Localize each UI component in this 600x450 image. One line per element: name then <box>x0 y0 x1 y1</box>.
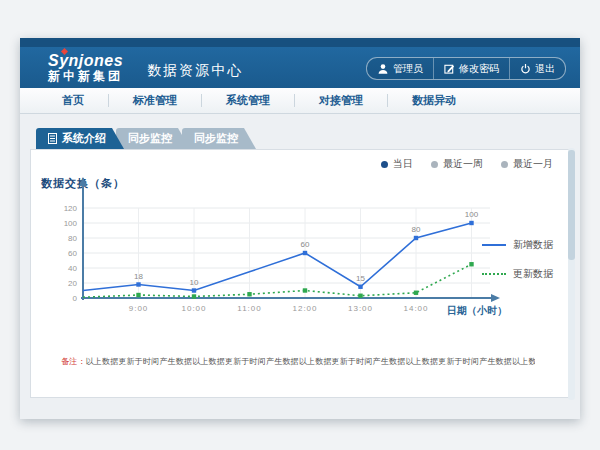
svg-text:80: 80 <box>68 234 77 243</box>
svg-text:12:00: 12:00 <box>292 304 317 313</box>
svg-text:120: 120 <box>64 204 78 213</box>
svg-text:100: 100 <box>64 219 78 228</box>
brand-logo: Synjones 新中新集团 <box>48 53 123 82</box>
legend-entry-new-data: 新增数据 <box>482 238 553 252</box>
svg-text:60: 60 <box>301 240 310 249</box>
svg-text:13:00: 13:00 <box>348 304 373 313</box>
legend-entry-updated-data: 更新数据 <box>482 267 553 281</box>
legend-updated-data-label: 更新数据 <box>513 267 553 281</box>
svg-text:14:00: 14:00 <box>403 304 428 313</box>
svg-text:10:00: 10:00 <box>181 304 206 313</box>
svg-text:15: 15 <box>356 274 365 283</box>
time-range-options: 当日 最近一周 最近一月 <box>381 157 553 171</box>
svg-text:11:00: 11:00 <box>237 304 261 313</box>
radio-today-label: 当日 <box>393 157 413 171</box>
footer-note: 备注：以上数据更新于时间产生数据以上数据更新于时间产生数据以上数据更新于时间产生… <box>61 356 535 367</box>
nav-item-interface-management[interactable]: 对接管理 <box>295 94 388 107</box>
logout-label: 退出 <box>535 62 555 76</box>
svg-text:日期（小时）: 日期（小时） <box>447 305 507 316</box>
tab-system-intro-label: 系统介绍 <box>62 131 106 146</box>
svg-text:40: 40 <box>68 264 77 273</box>
nav-item-data-change[interactable]: 数据异动 <box>388 94 480 107</box>
tab-system-intro[interactable]: 系统介绍 <box>36 128 124 149</box>
scrollbar[interactable] <box>568 148 575 400</box>
chart-legend: 新增数据 更新数据 <box>482 238 553 281</box>
tab-sync-monitor-2[interactable]: 同步监控 <box>182 128 256 149</box>
change-password-button[interactable]: 修改密码 <box>434 58 510 79</box>
svg-text:18: 18 <box>134 272 143 281</box>
admin-user-label: 管理员 <box>393 62 423 76</box>
svg-text:0: 0 <box>73 294 78 303</box>
legend-new-data-label: 新增数据 <box>513 238 553 252</box>
change-password-label: 修改密码 <box>459 62 499 76</box>
tab-sync-monitor-1-label: 同步监控 <box>128 131 172 146</box>
tab-sync-monitor-2-label: 同步监控 <box>194 131 238 146</box>
radio-option-last-week[interactable]: 最近一周 <box>431 157 483 171</box>
svg-text:60: 60 <box>68 249 77 258</box>
svg-text:20: 20 <box>68 279 77 288</box>
header-top-strip <box>20 38 580 47</box>
tab-sync-monitor-1[interactable]: 同步监控 <box>116 128 190 149</box>
nav-item-system-management[interactable]: 系统管理 <box>202 94 295 107</box>
radio-option-last-month[interactable]: 最近一月 <box>501 157 553 171</box>
svg-text:10: 10 <box>190 278 199 287</box>
radio-last-week-label: 最近一周 <box>443 157 483 171</box>
page-title: 数据资源中心 <box>147 56 243 80</box>
scrollbar-thumb[interactable] <box>568 150 575 260</box>
content-area: 系统介绍 同步监控 同步监控 当日 最近一周 <box>20 114 580 419</box>
svg-text:9:00: 9:00 <box>129 304 149 313</box>
radio-dot-icon <box>501 161 508 168</box>
user-icon <box>377 63 389 75</box>
nav-item-home[interactable]: 首页 <box>38 94 109 107</box>
radio-last-month-label: 最近一月 <box>513 157 553 171</box>
radio-dot-icon <box>431 161 438 168</box>
solid-line-swatch-icon <box>482 244 506 246</box>
footer-note-prefix: 备注： <box>61 357 86 366</box>
desktop-background: Synjones 新中新集团 数据资源中心 管理员 修改 <box>0 0 600 450</box>
admin-user-button[interactable]: 管理员 <box>367 58 434 79</box>
radio-dot-selected-icon <box>381 161 388 168</box>
nav-item-standard-management[interactable]: 标准管理 <box>109 94 202 107</box>
brand-subtitle: 新中新集团 <box>48 70 123 83</box>
line-chart: 0204060801001209:0010:0011:0012:0013:001… <box>35 170 513 332</box>
tab-bar: 系统介绍 同步监控 同步监控 <box>36 128 570 149</box>
logout-button[interactable]: 退出 <box>510 58 565 79</box>
app-header: Synjones 新中新集团 数据资源中心 管理员 修改 <box>20 47 580 88</box>
power-icon <box>520 63 531 74</box>
svg-text:80: 80 <box>412 225 421 234</box>
app-window: Synjones 新中新集团 数据资源中心 管理员 修改 <box>20 38 580 419</box>
chart-panel: 当日 最近一周 最近一月 数据交换（条） 0204060801001209:00… <box>30 149 570 398</box>
dotted-line-swatch-icon <box>482 273 506 275</box>
svg-text:100: 100 <box>465 210 479 219</box>
brand-name: Synjones <box>48 53 123 70</box>
main-nav-bar: 首页 标准管理 系统管理 对接管理 数据异动 <box>20 88 580 114</box>
document-icon <box>48 133 57 144</box>
footer-note-text: 以上数据更新于时间产生数据以上数据更新于时间产生数据以上数据更新于时间产生数据以… <box>86 357 535 366</box>
edit-icon <box>444 63 455 74</box>
user-toolbar: 管理员 修改密码 退出 <box>366 57 566 80</box>
radio-option-today[interactable]: 当日 <box>381 157 413 171</box>
